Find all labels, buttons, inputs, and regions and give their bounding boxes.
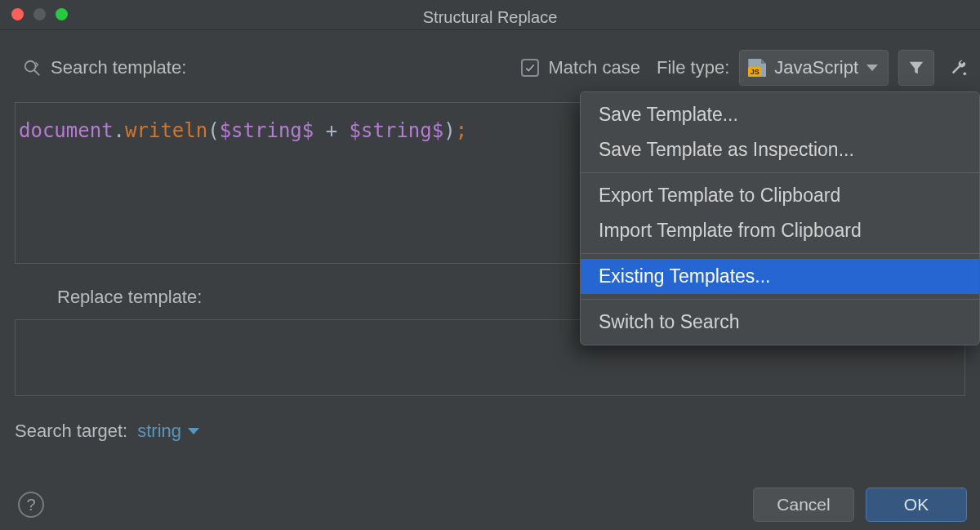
search-target-row: Search target: string: [0, 396, 980, 442]
wrench-icon: [950, 59, 968, 77]
file-type-label: File type:: [657, 57, 729, 78]
tools-popup-menu: Save Template... Save Template as Inspec…: [580, 91, 980, 345]
search-template-label: Search template:: [51, 57, 186, 78]
menu-separator: [581, 253, 979, 254]
cancel-button[interactable]: Cancel: [753, 488, 854, 522]
menu-item-import-clipboard[interactable]: Import Template from Clipboard: [581, 213, 979, 248]
svg-line-1: [34, 70, 39, 75]
search-icon: [23, 59, 41, 77]
svg-point-2: [964, 73, 967, 76]
tools-menu-button[interactable]: [944, 50, 973, 86]
javascript-file-icon: JS: [748, 59, 766, 77]
chevron-down-icon: [866, 65, 878, 71]
search-options-row: Search template: Match case File type: J…: [0, 30, 980, 99]
menu-separator: [581, 172, 979, 173]
window-title: Structural Replace: [0, 3, 980, 27]
menu-item-save-template[interactable]: Save Template...: [581, 97, 979, 132]
menu-item-existing-templates[interactable]: Existing Templates...: [581, 259, 979, 294]
close-window-button[interactable]: [11, 8, 24, 20]
maximize-window-button[interactable]: [56, 8, 68, 20]
chevron-down-icon: [188, 428, 199, 434]
search-target-dropdown[interactable]: string: [137, 421, 199, 442]
menu-item-save-as-inspection[interactable]: Save Template as Inspection...: [581, 132, 979, 167]
help-button[interactable]: ?: [18, 492, 44, 518]
window-controls: [11, 8, 68, 20]
match-case-label: Match case: [549, 57, 641, 78]
replace-template-label: Replace template:: [57, 287, 202, 307]
minimize-window-button[interactable]: [33, 8, 46, 20]
svg-point-0: [25, 61, 36, 72]
search-target-value: string: [137, 421, 181, 442]
filter-button[interactable]: [898, 50, 934, 86]
dialog-footer: ? Cancel OK: [0, 488, 980, 522]
file-type-value: JavaScript: [774, 57, 858, 78]
funnel-icon: [907, 59, 925, 77]
file-type-dropdown[interactable]: JS JavaScript: [739, 50, 889, 86]
ok-button[interactable]: OK: [866, 488, 967, 522]
match-case-checkbox[interactable]: [521, 59, 539, 77]
menu-item-switch-to-search[interactable]: Switch to Search: [581, 305, 979, 340]
structural-replace-dialog: Structural Replace Search template: Matc…: [0, 0, 980, 530]
title-bar: Structural Replace: [0, 0, 980, 29]
menu-item-export-clipboard[interactable]: Export Template to Clipboard: [581, 178, 979, 213]
search-target-label: Search target:: [15, 421, 127, 442]
menu-separator: [581, 299, 979, 300]
